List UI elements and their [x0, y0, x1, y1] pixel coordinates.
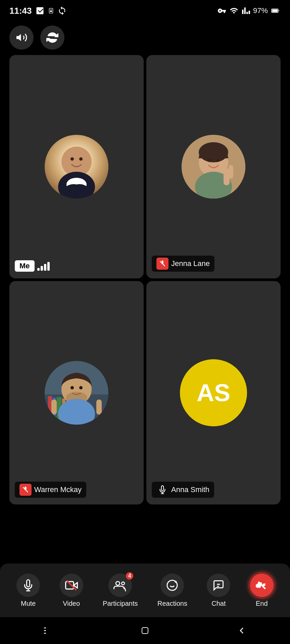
video-grid: Me: [0, 55, 290, 504]
navigation-bar: [0, 617, 290, 644]
me-label: Me: [15, 260, 35, 272]
svg-point-18: [216, 159, 220, 162]
svg-rect-5: [272, 9, 278, 12]
wifi-icon: [229, 6, 239, 15]
sync-icon: [57, 6, 67, 15]
drive-icon: [35, 6, 45, 15]
nav-back[interactable]: [232, 624, 252, 637]
battery-percent: 97%: [253, 6, 268, 15]
top-controls: [0, 20, 290, 55]
jenna-name-badge: Jenna Lane: [152, 256, 214, 272]
jenna-mute-icon: [156, 258, 168, 270]
video-tile-me[interactable]: Me: [9, 55, 144, 278]
anna-initials: AS: [197, 379, 230, 407]
warren-name: Warren Mckay: [34, 485, 82, 494]
warren-mute-icon: [19, 484, 32, 496]
svg-rect-57: [142, 628, 148, 634]
video-tile-warren[interactable]: Warren Mckay: [9, 281, 144, 504]
warren-name-badge: Warren Mckay: [15, 482, 86, 498]
anna-avatar: AS: [180, 359, 247, 426]
svg-rect-2: [51, 9, 52, 10]
mute-icon-container: [16, 574, 40, 597]
time-display: 11:43: [9, 6, 32, 16]
svg-point-31: [70, 386, 74, 389]
signal-bars: [37, 261, 50, 271]
bottom-toolbar: Mute Video 4 Participants: [0, 564, 290, 617]
sim-icon: [47, 6, 55, 15]
svg-rect-34: [96, 399, 102, 415]
battery-icon: [271, 6, 281, 15]
reactions-button[interactable]: Reactions: [157, 574, 187, 607]
svg-marker-6: [16, 34, 21, 41]
anna-name-badge: Anna Smith: [152, 482, 214, 498]
anna-mic-icon: [156, 484, 168, 496]
signal-icon: [242, 6, 250, 15]
chat-button[interactable]: Chat: [207, 574, 230, 607]
mute-button[interactable]: Mute: [16, 574, 40, 607]
video-icon-container: [60, 574, 83, 597]
svg-rect-1: [50, 9, 51, 10]
chat-icon-container: [207, 574, 230, 597]
end-icon-container: [250, 574, 274, 597]
mute-label: Mute: [21, 600, 36, 607]
jenna-name: Jenna Lane: [171, 259, 210, 268]
svg-rect-33: [51, 399, 57, 415]
participants-button[interactable]: 4 Participants: [103, 574, 138, 607]
video-label: Video: [63, 600, 80, 607]
sound-button[interactable]: [9, 25, 34, 50]
reactions-icon-container: [160, 574, 184, 597]
svg-point-43: [116, 581, 119, 585]
video-tile-jenna[interactable]: Jenna Lane: [146, 55, 281, 278]
svg-point-44: [122, 582, 125, 585]
end-label: End: [256, 600, 268, 607]
key-icon: [218, 6, 226, 15]
svg-point-32: [79, 386, 83, 389]
nav-home[interactable]: [135, 624, 155, 637]
nav-lines[interactable]: [38, 624, 58, 637]
svg-rect-3: [50, 10, 52, 12]
me-badge: Me: [15, 260, 50, 272]
video-tile-anna[interactable]: AS Anna Smith: [146, 281, 281, 504]
svg-rect-53: [258, 583, 261, 588]
svg-point-11: [79, 157, 83, 161]
status-bar: 11:43 97%: [0, 0, 290, 20]
chat-label: Chat: [211, 600, 226, 607]
participants-label: Participants: [103, 600, 138, 607]
svg-point-17: [207, 159, 211, 162]
video-button[interactable]: Video: [60, 574, 83, 607]
refresh-button[interactable]: [40, 25, 64, 50]
end-button[interactable]: End: [250, 574, 274, 607]
participants-icon-container: 4: [108, 574, 132, 597]
participants-count: 4: [126, 572, 133, 580]
svg-rect-20: [229, 165, 233, 178]
reactions-label: Reactions: [157, 600, 187, 607]
svg-point-10: [70, 157, 74, 161]
anna-name: Anna Smith: [171, 485, 209, 494]
